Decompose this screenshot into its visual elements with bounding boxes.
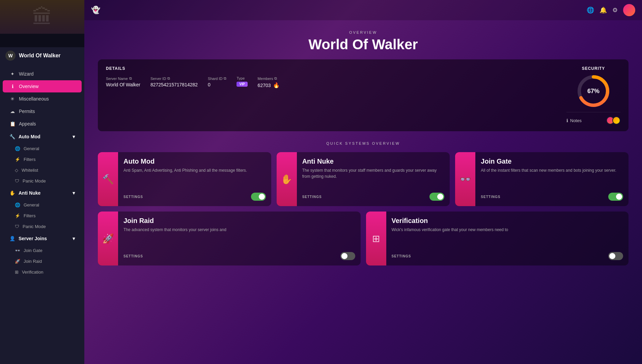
misc-icon: ✳ [9, 96, 16, 102]
notes-button[interactable]: ℹ Notes [566, 118, 582, 123]
sidebar-section-serverjoins[interactable]: 👤 Server Joins ▾ [3, 232, 82, 245]
joingate-label: Join Gate [24, 248, 43, 253]
sidebar-item-joinraid[interactable]: 🚀 Join Raid [3, 256, 82, 267]
quick-systems: QUICK SYSTEMS OVERVIEW 🔨 Auto Mod Anti S… [84, 141, 642, 276]
antinuke-general-icon: 🌐 [15, 202, 20, 207]
joingate-icon: 👓 [15, 248, 20, 253]
sidebar-item-appeals[interactable]: 📋 Appeals [3, 118, 82, 130]
joinraid-icon: 🚀 [15, 259, 20, 264]
antinuke-section-label: Anti Nuke [19, 190, 40, 196]
serverjoins-chevron-icon: ▾ [73, 236, 75, 241]
sidebar-item-overview[interactable]: ℹ Overview [3, 80, 82, 92]
sidebar-item-miscellaneous[interactable]: ✳ Miscellaneous [3, 93, 82, 105]
overview-label: Overview [19, 84, 38, 89]
system-card-antinuke: ✋ Anti Nuke The system that monitors you… [277, 152, 450, 206]
antinuke-general-label: General [24, 202, 39, 207]
sidebar-section-automod[interactable]: 🔧 Auto Mod ▾ [3, 131, 82, 143]
automod-whitelist-icon: ◇ [15, 168, 18, 173]
appeals-icon: 📋 [9, 121, 16, 127]
sidebar-item-verification[interactable]: ⊞ Verification [3, 267, 82, 277]
overview-section-label: OVERVIEW [91, 30, 635, 34]
antinuke-card-desc: The system that monitors your staff memb… [302, 167, 445, 179]
joinraid-toggle[interactable] [340, 252, 355, 260]
antinuke-panic-label: Panic Mode [23, 224, 46, 229]
verification-card-desc: Wick's infamous verification gate that y… [392, 227, 623, 233]
joingate-card-title: Join Gate [481, 158, 623, 165]
joingate-toggle[interactable] [608, 193, 623, 201]
misc-label: Miscellaneous [19, 96, 49, 102]
joingate-card-desc: All of the instant filters that scan new… [481, 167, 623, 173]
server-name-value: World Of Walker [106, 82, 140, 87]
sidebar-item-automod-general[interactable]: 🌐 General [3, 143, 82, 154]
security-section: SECURITY 67% ℹ Notes [566, 66, 620, 124]
automod-toggle[interactable] [251, 193, 266, 201]
sidebar-item-joingate[interactable]: 👓 Join Gate [3, 245, 82, 256]
details-grid: Server Name ⧉ World Of Walker Server ID … [106, 76, 560, 88]
sidebar-item-wizard[interactable]: ✦ Wizard [3, 68, 82, 80]
joinraid-card-desc: The advanced system that monitors your s… [123, 227, 355, 233]
antinuke-card-accent: ✋ [277, 152, 297, 206]
logo-text: W [8, 53, 12, 58]
bell-icon[interactable]: 🔔 [599, 6, 607, 14]
joinraid-label: Join Raid [24, 259, 42, 264]
sidebar-header: 🏛 [0, 0, 84, 47]
members-copy-icon[interactable]: ⧉ [274, 76, 277, 81]
server-id-label: Server ID ⧉ [150, 76, 198, 81]
antinuke-card-footer: SETTINGS [302, 193, 445, 201]
system-card-verification: ⊞ Verification Wick's infamous verificat… [366, 212, 629, 265]
server-name: World Of Walker [19, 53, 61, 59]
sidebar-item-automod-panic[interactable]: 🛡 Panic Mode [3, 176, 82, 186]
notes-row: ℹ Notes [566, 112, 620, 124]
antinuke-toggle[interactable] [429, 193, 444, 201]
main-content: 👻 🌐 🔔 ⚙ OVERVIEW World Of Walker DETAILS… [84, 0, 642, 364]
details-section-title: DETAILS [106, 66, 560, 71]
automod-card-icon: 🔨 [102, 174, 114, 185]
automod-card-desc: Anti Spam, Anti Advertising, Anti Phishi… [123, 167, 266, 173]
antinuke-filters-label: Filters [24, 213, 35, 218]
server-name-copy-icon[interactable]: ⧉ [129, 76, 132, 81]
antinuke-section-icon: ✋ [9, 190, 15, 196]
systems-grid-top: 🔨 Auto Mod Anti Spam, Anti Advertising, … [98, 152, 629, 206]
joinraid-card-icon: 🚀 [102, 233, 114, 244]
members-value: 62703 🔥 [258, 82, 280, 88]
avatar-stack [606, 116, 620, 124]
globe-icon[interactable]: 🌐 [587, 6, 594, 14]
user-avatar[interactable] [623, 4, 635, 16]
antinuke-card-body: Anti Nuke The system that monitors your … [297, 152, 450, 206]
antinuke-settings-label: SETTINGS [302, 195, 322, 199]
verification-toggle[interactable] [608, 252, 623, 260]
sidebar-banner: 🏛 [0, 0, 84, 34]
verification-settings-label: SETTINGS [392, 254, 411, 258]
joingate-card-icon: 👓 [459, 174, 471, 185]
antinuke-card-icon: ✋ [281, 174, 292, 185]
wizard-label: Wizard [19, 71, 34, 77]
automod-card-footer: SETTINGS [123, 193, 266, 201]
topbar: 👻 🌐 🔔 ⚙ [84, 0, 642, 20]
sidebar-item-permits[interactable]: ☁ Permits [3, 105, 82, 117]
system-card-automod: 🔨 Auto Mod Anti Spam, Anti Advertising, … [98, 152, 271, 206]
sidebar-item-automod-filters[interactable]: ⚡ Filters [3, 154, 82, 165]
server-name-field: Server Name ⧉ World Of Walker [106, 76, 140, 88]
joinraid-card-body: Join Raid The advanced system that monit… [118, 212, 361, 265]
sidebar-section-antinuke[interactable]: ✋ Anti Nuke ▾ [3, 187, 82, 199]
sidebar-title-row: W World Of Walker [0, 47, 84, 64]
joinraid-card-accent: 🚀 [98, 212, 118, 265]
notes-label: Notes [570, 118, 582, 123]
vip-badge: VIP [236, 82, 247, 87]
ghost-icon[interactable]: 👻 [91, 6, 100, 15]
avatar-2 [612, 116, 620, 124]
automod-panic-icon: 🛡 [15, 178, 19, 184]
shard-id-copy-icon[interactable]: ⧉ [224, 76, 226, 81]
server-id-copy-icon[interactable]: ⧉ [167, 76, 170, 81]
automod-section-label: Auto Mod [19, 134, 40, 139]
settings-icon[interactable]: ⚙ [612, 6, 618, 14]
joinraid-card-title: Join Raid [123, 217, 355, 225]
sidebar-item-antinuke-panic[interactable]: 🛡 Panic Mode [3, 221, 82, 232]
sidebar-item-antinuke-filters[interactable]: ⚡ Filters [3, 211, 82, 221]
joingate-card-body: Join Gate All of the instant filters tha… [475, 152, 629, 206]
shard-id-value: 0 [208, 82, 226, 87]
system-card-joinraid: 🚀 Join Raid The advanced system that mon… [98, 212, 361, 265]
sidebar-item-antinuke-general[interactable]: 🌐 General [3, 200, 82, 210]
automod-section-icon: 🔧 [9, 134, 15, 139]
sidebar-item-automod-whitelist[interactable]: ◇ Whitelist [3, 165, 82, 175]
